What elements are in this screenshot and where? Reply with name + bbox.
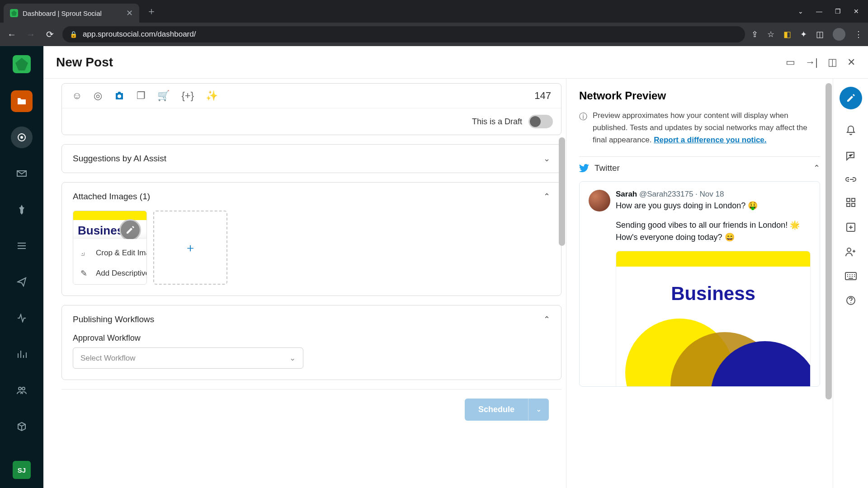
report-link[interactable]: Report a difference you notice. [654, 136, 766, 144]
nav-pin-icon[interactable] [11, 199, 33, 221]
minimize-composer-icon[interactable]: ▭ [786, 56, 795, 68]
char-count: 147 [534, 90, 551, 102]
nav-send-icon[interactable] [11, 271, 33, 293]
tweet-image-text: Business [671, 283, 755, 305]
browser-tab[interactable]: Dashboard | Sprout Social ✕ [4, 4, 139, 23]
tweet-avatar [589, 190, 610, 211]
nav-inbox-icon[interactable] [11, 163, 33, 184]
nav-folder-icon[interactable] [11, 90, 33, 112]
workflow-select[interactable]: Select Workflow ⌄ [73, 347, 303, 369]
sparkle-icon[interactable]: ✨ [206, 90, 218, 102]
svg-point-4 [118, 94, 121, 98]
svg-point-3 [22, 387, 25, 390]
puzzle-extension-icon[interactable]: ◧ [783, 29, 791, 39]
collapse-icon[interactable]: →| [805, 56, 818, 68]
new-tab-button[interactable]: ＋ [146, 5, 156, 18]
image-context-menu: ⟓ Crop & Edit Image ✎ Add Descriptive Te… [73, 239, 147, 285]
network-header[interactable]: Twitter ⌃ [579, 156, 820, 179]
add-user-icon[interactable] [845, 248, 857, 257]
tweet-meta: Sarah @Sarah233175 · Nov 18 [616, 190, 811, 199]
lock-icon: 🔒 [70, 31, 77, 38]
schedule-button[interactable]: Schedule [465, 399, 528, 421]
nav-analytics-icon[interactable] [11, 343, 33, 365]
reply-icon[interactable] [845, 151, 856, 161]
svg-point-10 [847, 248, 851, 252]
image-thumbnail[interactable]: Business ⟓ Crop & Edit Image [73, 211, 147, 285]
edit-image-button[interactable] [119, 219, 141, 241]
nav-compose-icon[interactable] [11, 127, 33, 148]
add-image-slot[interactable]: ＋ [153, 211, 227, 285]
main-area: New Post ▭ →| ◫ ✕ ☺ ◎ ❐ [43, 46, 868, 488]
twitter-icon [579, 164, 589, 172]
camera-icon[interactable] [114, 91, 125, 100]
publishing-header[interactable]: Publishing Workflows ⌃ [62, 305, 561, 333]
right-rail [833, 79, 868, 488]
alt-text-menu-item[interactable]: ✎ Add Descriptive Text [73, 263, 147, 284]
variable-icon[interactable]: {+} [181, 90, 194, 102]
nav-people-icon[interactable] [11, 380, 33, 401]
crop-menu-item[interactable]: ⟓ Crop & Edit Image [73, 243, 147, 263]
add-panel-icon[interactable] [846, 222, 856, 232]
preview-scrollbar[interactable] [826, 83, 832, 463]
app-shell: SJ New Post ▭ →| ◫ ✕ ☺ ◎ [0, 46, 868, 488]
kebab-menu-icon[interactable]: ⋮ [854, 29, 863, 39]
close-tab-icon[interactable]: ✕ [126, 8, 133, 18]
publishing-title: Publishing Workflows [73, 314, 154, 324]
apps-icon[interactable] [846, 198, 855, 207]
tweet-image-preview: Business [616, 251, 811, 386]
tweet-line1: How are you guys doing in London? 🤑 [616, 200, 811, 212]
attached-header[interactable]: Attached Images (1) ⌃ [62, 183, 561, 211]
browser-tab-strip: Dashboard | Sprout Social ✕ ＋ ⌄ ― ❐ ✕ [0, 0, 868, 23]
target-icon[interactable]: ◎ [94, 90, 102, 102]
reload-icon[interactable]: ⟳ [43, 29, 56, 40]
nav-cube-icon[interactable] [11, 416, 33, 437]
cart-icon[interactable]: 🛒 [157, 90, 170, 102]
copy-icon[interactable]: ❐ [137, 90, 146, 102]
bell-icon[interactable] [846, 125, 856, 136]
chevron-up-icon: ⌃ [543, 192, 550, 202]
sprout-favicon [10, 9, 18, 17]
link-icon[interactable] [845, 176, 856, 183]
svg-rect-5 [847, 198, 850, 202]
compose-fab[interactable] [840, 87, 862, 109]
remove-menu-item[interactable]: 🗑 Remove Image [73, 284, 147, 285]
share-icon[interactable]: ⇪ [751, 29, 758, 39]
thumb-yellow-bar [73, 211, 146, 220]
close-composer-icon[interactable]: ✕ [847, 56, 855, 68]
composer-scrollbar[interactable] [559, 83, 565, 418]
extensions-icon[interactable]: ✦ [800, 29, 807, 39]
side-panel-icon[interactable]: ◫ [816, 29, 824, 39]
draft-label: This is a Draft [472, 117, 522, 127]
minimize-icon[interactable]: ― [816, 8, 822, 15]
sprout-logo[interactable] [13, 55, 31, 73]
approval-label: Approval Workflow [73, 333, 550, 343]
user-badge[interactable]: SJ [13, 461, 31, 479]
nav-list-icon[interactable] [11, 235, 33, 257]
page-title: New Post [56, 55, 113, 70]
composer-column: ☺ ◎ ❐ 🛒 {+} ✨ 147 This is a Draft [43, 79, 566, 488]
tab-title: Dashboard | Sprout Social [23, 9, 122, 17]
bookmark-icon[interactable]: ☆ [767, 29, 774, 39]
browser-toolbar: ← → ⟳ 🔒 app.sproutsocial.com/dashboard/ … [0, 23, 868, 46]
close-window-icon[interactable]: ✕ [854, 8, 859, 15]
network-name: Twitter [594, 163, 620, 173]
keyboard-icon[interactable] [845, 272, 857, 280]
emoji-icon[interactable]: ☺ [72, 90, 82, 102]
draft-toggle[interactable] [528, 115, 553, 128]
suggestions-header[interactable]: Suggestions by AI Assist ⌄ [62, 145, 561, 173]
panel-icon[interactable]: ◫ [828, 56, 837, 68]
tweet-date: Nov 18 [700, 190, 724, 198]
help-icon[interactable] [846, 296, 856, 305]
tab-dropdown-icon[interactable]: ⌄ [798, 8, 803, 15]
schedule-dropdown-button[interactable]: ⌄ [528, 399, 549, 421]
back-icon[interactable]: ← [5, 29, 18, 40]
url-bar[interactable]: 🔒 app.sproutsocial.com/dashboard/ [62, 26, 745, 42]
chevron-up-icon: ⌃ [543, 314, 550, 324]
nav-pulse-icon[interactable] [11, 307, 33, 329]
chevron-up-icon: ⌃ [813, 163, 820, 173]
maximize-icon[interactable]: ❐ [835, 8, 841, 15]
profile-avatar[interactable] [833, 28, 845, 41]
tweet-preview: Sarah @Sarah233175 · Nov 18 How are you … [579, 181, 820, 387]
preview-info: ⓘ Preview approximates how your content … [579, 109, 820, 146]
publishing-workflows-section: Publishing Workflows ⌃ Approval Workflow… [61, 305, 561, 380]
